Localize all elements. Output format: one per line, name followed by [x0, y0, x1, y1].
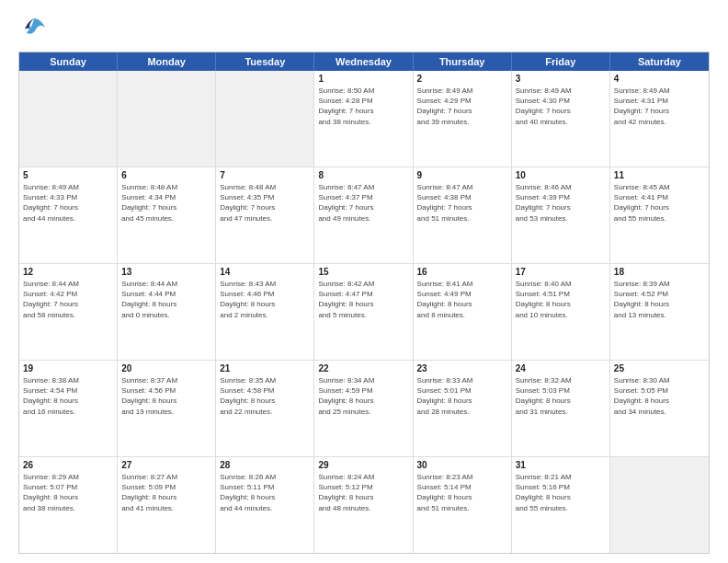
- calendar-day-cell: 17Sunrise: 8:40 AM Sunset: 4:51 PM Dayli…: [512, 264, 610, 360]
- calendar-week-row: 5Sunrise: 8:49 AM Sunset: 4:33 PM Daylig…: [19, 167, 709, 264]
- day-info: Sunrise: 8:49 AM Sunset: 4:29 PM Dayligh…: [417, 86, 507, 127]
- page: SundayMondayTuesdayWednesdayThursdayFrid…: [0, 0, 728, 563]
- calendar-day-cell: 29Sunrise: 8:24 AM Sunset: 5:12 PM Dayli…: [314, 457, 413, 553]
- day-info: Sunrise: 8:30 AM Sunset: 5:05 PM Dayligh…: [614, 375, 705, 417]
- calendar-day-cell: [118, 71, 216, 167]
- day-info: Sunrise: 8:38 AM Sunset: 4:54 PM Dayligh…: [23, 375, 113, 417]
- day-info: Sunrise: 8:47 AM Sunset: 4:37 PM Dayligh…: [318, 182, 408, 224]
- day-number: 1: [318, 74, 408, 84]
- day-number: 16: [417, 267, 507, 277]
- day-info: Sunrise: 8:37 AM Sunset: 4:56 PM Dayligh…: [121, 375, 211, 417]
- calendar-day-cell: 22Sunrise: 8:34 AM Sunset: 4:59 PM Dayli…: [314, 361, 413, 456]
- day-number: 25: [614, 363, 705, 373]
- day-number: 15: [318, 267, 408, 277]
- day-info: Sunrise: 8:27 AM Sunset: 5:09 PM Dayligh…: [121, 472, 211, 513]
- day-number: 10: [516, 170, 606, 180]
- day-info: Sunrise: 8:48 AM Sunset: 4:35 PM Dayligh…: [220, 182, 310, 224]
- calendar-header-cell: Thursday: [414, 52, 512, 71]
- day-number: 3: [516, 74, 606, 84]
- calendar-day-cell: 18Sunrise: 8:39 AM Sunset: 4:52 PM Dayli…: [610, 264, 709, 360]
- day-info: Sunrise: 8:44 AM Sunset: 4:44 PM Dayligh…: [121, 279, 211, 320]
- calendar-day-cell: 13Sunrise: 8:44 AM Sunset: 4:44 PM Dayli…: [118, 264, 216, 360]
- calendar-day-cell: 15Sunrise: 8:42 AM Sunset: 4:47 PM Dayli…: [314, 264, 413, 360]
- day-number: 2: [417, 74, 507, 84]
- calendar-day-cell: 9Sunrise: 8:47 AM Sunset: 4:38 PM Daylig…: [414, 167, 512, 263]
- day-info: Sunrise: 8:46 AM Sunset: 4:39 PM Dayligh…: [516, 182, 606, 224]
- calendar-day-cell: 6Sunrise: 8:48 AM Sunset: 4:34 PM Daylig…: [118, 167, 216, 263]
- calendar-day-cell: 21Sunrise: 8:35 AM Sunset: 4:58 PM Dayli…: [216, 361, 314, 456]
- day-number: 17: [516, 267, 606, 277]
- day-number: 14: [220, 267, 310, 277]
- calendar-day-cell: 24Sunrise: 8:32 AM Sunset: 5:03 PM Dayli…: [512, 361, 610, 456]
- day-info: Sunrise: 8:45 AM Sunset: 4:41 PM Dayligh…: [614, 182, 705, 224]
- day-info: Sunrise: 8:35 AM Sunset: 4:58 PM Dayligh…: [220, 375, 310, 417]
- calendar-day-cell: [610, 457, 709, 553]
- calendar-day-cell: 11Sunrise: 8:45 AM Sunset: 4:41 PM Dayli…: [610, 167, 709, 263]
- calendar-day-cell: 19Sunrise: 8:38 AM Sunset: 4:54 PM Dayli…: [19, 361, 118, 456]
- day-info: Sunrise: 8:34 AM Sunset: 4:59 PM Dayligh…: [318, 375, 408, 417]
- calendar-header-cell: Monday: [118, 52, 216, 71]
- calendar-day-cell: 8Sunrise: 8:47 AM Sunset: 4:37 PM Daylig…: [314, 167, 413, 263]
- day-number: 7: [220, 170, 310, 180]
- day-info: Sunrise: 8:43 AM Sunset: 4:46 PM Dayligh…: [220, 279, 310, 320]
- day-number: 28: [220, 460, 310, 470]
- day-info: Sunrise: 8:33 AM Sunset: 5:01 PM Dayligh…: [417, 375, 507, 417]
- day-info: Sunrise: 8:29 AM Sunset: 5:07 PM Dayligh…: [23, 472, 113, 513]
- calendar-day-cell: 25Sunrise: 8:30 AM Sunset: 5:05 PM Dayli…: [610, 361, 709, 456]
- calendar-day-cell: 16Sunrise: 8:41 AM Sunset: 4:49 PM Dayli…: [414, 264, 512, 360]
- day-number: 18: [614, 267, 705, 277]
- calendar-day-cell: 10Sunrise: 8:46 AM Sunset: 4:39 PM Dayli…: [512, 167, 610, 263]
- day-number: 21: [220, 363, 310, 373]
- day-info: Sunrise: 8:21 AM Sunset: 5:16 PM Dayligh…: [516, 472, 606, 513]
- day-number: 8: [318, 170, 408, 180]
- day-number: 5: [23, 170, 113, 180]
- day-info: Sunrise: 8:24 AM Sunset: 5:12 PM Dayligh…: [318, 472, 408, 513]
- calendar-day-cell: 23Sunrise: 8:33 AM Sunset: 5:01 PM Dayli…: [414, 361, 512, 456]
- day-number: 11: [614, 170, 705, 180]
- day-info: Sunrise: 8:26 AM Sunset: 5:11 PM Dayligh…: [220, 472, 310, 513]
- day-number: 22: [318, 363, 408, 373]
- calendar-day-cell: 5Sunrise: 8:49 AM Sunset: 4:33 PM Daylig…: [19, 167, 118, 263]
- calendar-header-cell: Friday: [512, 52, 610, 71]
- day-info: Sunrise: 8:23 AM Sunset: 5:14 PM Dayligh…: [417, 472, 507, 513]
- calendar-header-cell: Tuesday: [216, 52, 314, 71]
- day-info: Sunrise: 8:49 AM Sunset: 4:30 PM Dayligh…: [516, 86, 606, 127]
- day-info: Sunrise: 8:49 AM Sunset: 4:31 PM Dayligh…: [614, 86, 705, 127]
- day-info: Sunrise: 8:32 AM Sunset: 5:03 PM Dayligh…: [516, 375, 606, 417]
- day-number: 20: [121, 363, 211, 373]
- calendar-day-cell: 7Sunrise: 8:48 AM Sunset: 4:35 PM Daylig…: [216, 167, 314, 263]
- calendar-week-row: 1Sunrise: 8:50 AM Sunset: 4:28 PM Daylig…: [19, 71, 709, 167]
- day-info: Sunrise: 8:48 AM Sunset: 4:34 PM Dayligh…: [121, 182, 211, 224]
- calendar-header-cell: Sunday: [19, 52, 118, 71]
- calendar-body: 1Sunrise: 8:50 AM Sunset: 4:28 PM Daylig…: [19, 71, 709, 553]
- day-number: 19: [23, 363, 113, 373]
- day-number: 23: [417, 363, 507, 373]
- logo-bird-icon: [21, 15, 47, 40]
- calendar-header-cell: Wednesday: [314, 52, 413, 71]
- calendar: SundayMondayTuesdayWednesdayThursdayFrid…: [18, 52, 710, 554]
- day-number: 27: [121, 460, 211, 470]
- calendar-header: SundayMondayTuesdayWednesdayThursdayFrid…: [19, 52, 709, 71]
- day-number: 29: [318, 460, 408, 470]
- calendar-day-cell: 12Sunrise: 8:44 AM Sunset: 4:42 PM Dayli…: [19, 264, 118, 360]
- header: [18, 15, 710, 44]
- calendar-day-cell: 2Sunrise: 8:49 AM Sunset: 4:29 PM Daylig…: [414, 71, 512, 167]
- calendar-day-cell: 14Sunrise: 8:43 AM Sunset: 4:46 PM Dayli…: [216, 264, 314, 360]
- calendar-day-cell: 30Sunrise: 8:23 AM Sunset: 5:14 PM Dayli…: [414, 457, 512, 553]
- calendar-day-cell: [216, 71, 314, 167]
- day-number: 24: [516, 363, 606, 373]
- day-info: Sunrise: 8:44 AM Sunset: 4:42 PM Dayligh…: [23, 279, 113, 320]
- day-number: 9: [417, 170, 507, 180]
- calendar-day-cell: 26Sunrise: 8:29 AM Sunset: 5:07 PM Dayli…: [19, 457, 118, 553]
- day-number: 12: [23, 267, 113, 277]
- day-info: Sunrise: 8:40 AM Sunset: 4:51 PM Dayligh…: [516, 279, 606, 320]
- calendar-header-cell: Saturday: [610, 52, 709, 71]
- day-info: Sunrise: 8:42 AM Sunset: 4:47 PM Dayligh…: [318, 279, 408, 320]
- calendar-week-row: 26Sunrise: 8:29 AM Sunset: 5:07 PM Dayli…: [19, 457, 709, 553]
- calendar-week-row: 19Sunrise: 8:38 AM Sunset: 4:54 PM Dayli…: [19, 361, 709, 457]
- calendar-day-cell: 1Sunrise: 8:50 AM Sunset: 4:28 PM Daylig…: [314, 71, 413, 167]
- calendar-day-cell: [19, 71, 118, 167]
- logo: [18, 15, 47, 44]
- day-info: Sunrise: 8:39 AM Sunset: 4:52 PM Dayligh…: [614, 279, 705, 320]
- calendar-day-cell: 28Sunrise: 8:26 AM Sunset: 5:11 PM Dayli…: [216, 457, 314, 553]
